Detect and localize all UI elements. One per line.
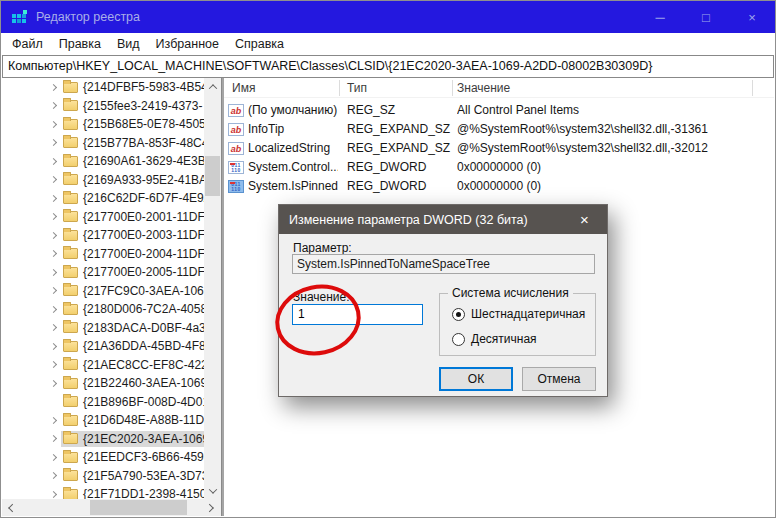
expand-chevron-icon[interactable] xyxy=(48,122,61,127)
value-row[interactable]: ab(По умолчанию)REG_SZAll Control Panel … xyxy=(224,101,774,120)
folder-icon xyxy=(63,322,78,333)
tree-item[interactable]: {214DFBF5-5983-4B54 xyxy=(2,78,204,97)
expand-chevron-icon[interactable] xyxy=(48,177,61,182)
menu-item-Справка[interactable]: Справка xyxy=(227,33,292,55)
scroll-left-icon[interactable] xyxy=(2,499,19,516)
dialog-title-bar: Изменение параметра DWORD (32 бита) × xyxy=(279,205,607,234)
expand-chevron-icon[interactable] xyxy=(48,325,61,330)
folder-icon xyxy=(63,82,78,93)
expand-chevron-icon[interactable] xyxy=(48,270,61,275)
address-bar[interactable]: Компьютер\HKEY_LOCAL_MACHINE\SOFTWARE\Cl… xyxy=(2,55,774,78)
value-row[interactable]: 011110System.IsPinned...REG_DWORD0x00000… xyxy=(224,177,774,196)
expand-chevron-icon[interactable] xyxy=(48,418,61,423)
expand-chevron-icon[interactable] xyxy=(48,196,61,201)
tree-item[interactable]: {21690A61-3629-4E3B xyxy=(2,152,204,171)
expand-chevron-icon[interactable] xyxy=(48,159,61,164)
radio-decimal[interactable]: Десятичная xyxy=(452,332,537,346)
folder-icon xyxy=(63,267,78,278)
dword-value-icon: 011110 xyxy=(228,180,244,193)
tree-item[interactable]: {217700E0-2003-11DF xyxy=(2,226,204,245)
expand-chevron-icon[interactable] xyxy=(48,307,61,312)
tree-item[interactable]: {215B77BA-853F-48C4 xyxy=(2,134,204,153)
expand-chevron-icon[interactable] xyxy=(48,140,61,145)
tree-item[interactable]: {21EC2020-3AEA-1069 xyxy=(2,430,204,449)
scroll-right-icon[interactable] xyxy=(202,499,219,516)
tree-item-label: {21F71DD1-2398-4150 xyxy=(83,487,204,499)
expand-chevron-icon[interactable] xyxy=(48,436,61,441)
tree-item-label: {21EC2020-3AEA-1069 xyxy=(83,432,204,446)
tree-item[interactable]: {21F5A790-53EA-3D73 xyxy=(2,467,204,486)
tree-item[interactable]: {217700E0-2001-11DF xyxy=(2,208,204,227)
expand-chevron-icon[interactable] xyxy=(48,288,61,293)
expand-chevron-icon[interactable] xyxy=(48,214,61,219)
radio-hexadecimal[interactable]: Шестнадцатеричная xyxy=(452,307,585,321)
tree-item[interactable]: {2180D006-7C2A-4058 xyxy=(2,300,204,319)
tree-item-label: {217FC9C0-3AEA-106 xyxy=(83,284,204,298)
dialog-close-icon[interactable]: × xyxy=(562,205,607,234)
value-name: (По умолчанию) xyxy=(248,101,338,120)
menu-item-Файл[interactable]: Файл xyxy=(4,33,51,55)
folder-icon xyxy=(63,470,78,481)
tree-vertical-scrollbar[interactable] xyxy=(204,78,221,499)
vertical-scroll-thumb[interactable] xyxy=(205,156,220,196)
cancel-button[interactable]: Отмена xyxy=(522,367,596,391)
value-name: LocalizedString xyxy=(248,139,338,158)
value-input[interactable]: 1 xyxy=(292,304,423,325)
folder-icon xyxy=(63,193,78,204)
column-header-name[interactable]: Имя xyxy=(232,78,255,98)
value-name: System.Control... xyxy=(248,158,338,177)
expand-chevron-icon[interactable] xyxy=(48,103,61,108)
tree-item[interactable]: {21AEC8CC-EF8C-422 xyxy=(2,356,204,375)
tree-item[interactable]: {217700E0-2004-11DF xyxy=(2,245,204,264)
expand-chevron-icon[interactable] xyxy=(48,233,61,238)
folder-icon xyxy=(63,396,78,407)
tree-item[interactable]: {2155fee3-2419-4373- xyxy=(2,97,204,116)
string-value-icon: ab xyxy=(228,104,244,117)
tree-item[interactable]: {2169A933-95E2-41BA xyxy=(2,171,204,190)
menu-item-Вид[interactable]: Вид xyxy=(109,33,148,55)
maximize-button[interactable]: □ xyxy=(683,1,729,33)
tree-item[interactable]: {21D6D48E-A88B-11D xyxy=(2,411,204,430)
menu-item-Правка[interactable]: Правка xyxy=(51,33,109,55)
tree-item[interactable]: {21B896BF-008D-4D01 xyxy=(2,393,204,412)
tree-item[interactable]: {21B22460-3AEA-1069 xyxy=(2,374,204,393)
folder-icon xyxy=(63,100,78,111)
tree-item[interactable]: {217FC9C0-3AEA-106 xyxy=(2,282,204,301)
expand-chevron-icon[interactable] xyxy=(48,492,61,497)
expand-chevron-icon[interactable] xyxy=(48,251,61,256)
folder-icon xyxy=(63,248,78,259)
folder-icon xyxy=(63,415,78,426)
expand-chevron-icon[interactable] xyxy=(48,455,61,460)
minimize-button[interactable]: ─ xyxy=(637,1,683,33)
value-row[interactable]: abInfoTipREG_EXPAND_SZ@%SystemRoot%\syst… xyxy=(224,120,774,139)
folder-icon xyxy=(63,211,78,222)
tree-item[interactable]: {21A36DDA-45BD-4F8 xyxy=(2,337,204,356)
tree-item[interactable]: {217700E0-2005-11DF xyxy=(2,263,204,282)
tree-item[interactable]: {216C62DF-6D7F-4E9A xyxy=(2,189,204,208)
tree-item[interactable]: {215B68E5-0E78-4505- xyxy=(2,115,204,134)
tree-item[interactable]: {2183DACA-D0BF-4a3 xyxy=(2,319,204,338)
expand-chevron-icon[interactable] xyxy=(48,381,61,386)
tree-item[interactable]: {21EEDCF3-6B66-4593 xyxy=(2,448,204,467)
values-header: Имя Тип Значение xyxy=(224,78,774,98)
scroll-up-icon[interactable] xyxy=(204,78,221,95)
close-button[interactable]: × xyxy=(729,1,775,33)
expand-chevron-icon[interactable] xyxy=(48,362,61,367)
menu-item-Избранное[interactable]: Избранное xyxy=(148,33,227,55)
tree-horizontal-scrollbar[interactable] xyxy=(2,499,221,516)
ok-button[interactable]: ОК xyxy=(439,367,513,391)
expand-chevron-icon[interactable] xyxy=(48,85,61,90)
tree-item[interactable]: {21F71DD1-2398-4150 xyxy=(2,485,204,499)
scroll-down-icon[interactable] xyxy=(204,482,221,499)
expand-chevron-icon[interactable] xyxy=(48,344,61,349)
radio-selected-icon xyxy=(452,308,465,321)
column-header-value[interactable]: Значение xyxy=(457,78,510,98)
column-header-type[interactable]: Тип xyxy=(347,78,367,98)
folder-icon xyxy=(63,433,78,444)
value-row[interactable]: 011110System.Control...REG_DWORD0x000000… xyxy=(224,158,774,177)
expand-chevron-icon[interactable] xyxy=(48,473,61,478)
value-row[interactable]: abLocalizedStringREG_EXPAND_SZ@%SystemRo… xyxy=(224,139,774,158)
param-label: Параметр: xyxy=(293,241,352,255)
tree-item-label: {21A36DDA-45BD-4F8 xyxy=(83,339,204,353)
horizontal-scroll-thumb[interactable] xyxy=(90,500,187,515)
